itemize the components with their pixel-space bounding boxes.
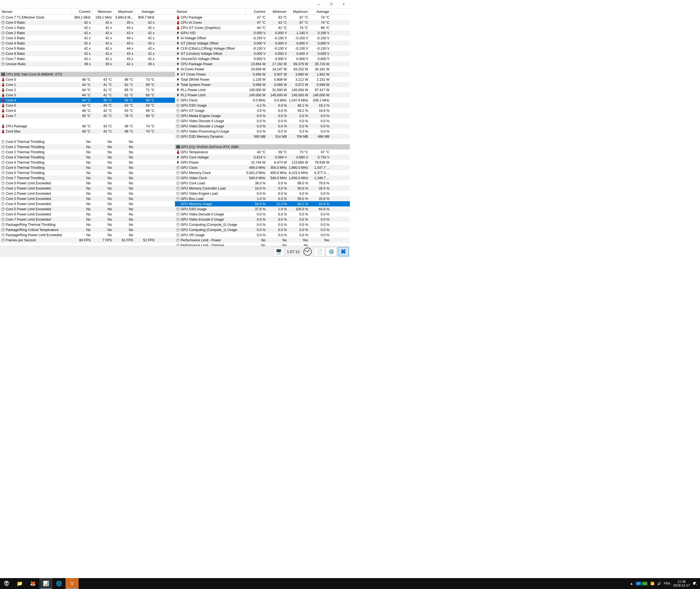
sensor-row[interactable]: Core 4 Power Limit ExceededNoNoNo <box>0 201 175 206</box>
sensor-row[interactable]: Core 344 °C42 °C81 °C69 °C <box>0 92 175 97</box>
sensor-row[interactable]: Performance Limit - PowerNoNoYesYes <box>175 237 350 243</box>
sensor-row[interactable]: Core 6 Ratio42 x42 x43 x42 x <box>0 51 175 56</box>
sensor-row[interactable]: CPU GT Cores (Graphics)44 °C41 °C74 °C66… <box>175 25 350 30</box>
sensor-row[interactable]: Total DRAM Power1.135 W0.808 W3.212 W2.1… <box>175 77 350 82</box>
sensor-row[interactable]: PL2 Power Limit145.000 W145.000 W145.000… <box>175 92 350 97</box>
sensor-row[interactable]: iGPU VID0.000 V0.000 V1.140 V0.195 V <box>175 30 350 35</box>
sensor-row[interactable]: Core 2 Ratio42 x42 x43 x42 x <box>0 30 175 35</box>
sensor-row[interactable]: GPU Bus Load1.0 %0.0 %59.0 %20.8 % <box>175 196 350 201</box>
sensor-row[interactable]: CPU Package47 °C43 °C87 °C74 °C <box>175 15 350 20</box>
sensor-row[interactable]: Core 4 Thermal ThrottlingNoNoNo <box>0 160 175 165</box>
log-button[interactable]: 📄 <box>314 247 325 256</box>
sensor-row[interactable]: Core 4 Ratio42 x42 x43 x42 x <box>0 41 175 46</box>
sensor-row[interactable]: Core 444 °C40 °C84 °C69 °C <box>0 97 175 103</box>
sensor-row[interactable]: Core 144 °C41 °C82 °C69 °C <box>0 82 175 87</box>
sensor-row[interactable]: Core 1 Ratio42 x42 x43 x42 x <box>0 25 175 30</box>
sensor-row[interactable]: Core 648 °C42 °C83 °C69 °C <box>0 108 175 113</box>
sensor-row[interactable]: GPU Video Engine Load0.0 %0.0 %0.0 %0.0 … <box>175 191 350 196</box>
sensor-row[interactable]: IA Voltage Offset-0.150 V-0.150 V-0.150 … <box>175 35 350 41</box>
sensor-row[interactable]: GPU Memory Clock5,001.0 MHz405.0 MHz6,31… <box>175 170 350 175</box>
sensor-row[interactable]: Core 7 Thermal ThrottlingNoNoNo <box>0 175 175 181</box>
sensor-row[interactable]: Package/Ring Critical TemperatureNoNoNo <box>0 227 175 232</box>
sensor-row[interactable]: PL1 Power Limit145.000 W31.500 W145.000 … <box>175 87 350 92</box>
sensor-row[interactable]: Core 7 Ratio42 x42 x43 x42 x <box>0 56 175 61</box>
sensor-row[interactable]: Core 1 Thermal ThrottlingNoNoNo <box>0 144 175 150</box>
network-button[interactable]: 🖥️ <box>273 247 284 256</box>
sensor-row[interactable]: GPU D3D Usage4.2 %0.0 %40.1 %19.2 % <box>175 103 350 108</box>
sensor-row[interactable]: Total System Power0.068 W0.066 W0.072 W0… <box>175 82 350 87</box>
sensor-row[interactable]: GPU VR Usage0.0 %0.0 %0.0 %0.0 % <box>175 232 350 237</box>
sensor-row[interactable]: CPU Package Power23.854 W17.192 W69.376 … <box>175 61 350 66</box>
sensor-row[interactable]: Core 6 Power Limit ExceededNoNoNo <box>0 212 175 217</box>
header-minimum[interactable]: Minimum <box>267 9 288 14</box>
sensor-row[interactable]: GPU Video Decode 0 Usage0.0 %0.0 %0.0 %0… <box>175 212 350 217</box>
sensor-row[interactable]: Core 0 Power Limit ExceededNoNoNo <box>0 181 175 186</box>
sensor-row[interactable]: Package/Ring Thermal ThrottlingNoNoNo <box>0 222 175 227</box>
sensor-row[interactable]: Core 046 °C43 °C86 °C73 °C <box>0 77 175 82</box>
sensor-row[interactable]: Core 2 Thermal ThrottlingNoNoNo <box>0 150 175 155</box>
sensor-row[interactable]: Core 5 Power Limit ExceededNoNoNo <box>0 206 175 212</box>
sensor-row[interactable]: Core 3 Ratio42 x42 x44 x42 x <box>0 35 175 41</box>
sensor-row[interactable]: Core 745 °C42 °C78 °C68 °C <box>0 113 175 118</box>
sensor-row[interactable]: IA Cores Power20.509 W14.147 W63.252 W30… <box>175 66 350 72</box>
sensor-row[interactable]: Core 0 Thermal ThrottlingNoNoNo <box>0 139 175 144</box>
header-sensor[interactable]: Sensor <box>175 9 246 14</box>
header-current[interactable]: Current <box>246 9 267 14</box>
sensor-row[interactable]: GPU Video Encode 0 Usage0.0 %0.0 %0.0 %0… <box>175 217 350 222</box>
sensor-row[interactable]: Uncore/SA Voltage Offset0.000 V0.000 V0.… <box>175 56 350 61</box>
sensor-row[interactable]: Core 5 Thermal ThrottlingNoNoNo <box>0 165 175 170</box>
sensor-row[interactable]: Core 544 °C40 °C82 °C68 °C <box>0 103 175 108</box>
maximize-button[interactable]: ❐ <box>325 0 337 9</box>
sensor-row[interactable]: Core 7 T1 Effective Clock384.1 MHz159.1 … <box>0 15 175 20</box>
sensor-row[interactable]: Uncore Ratio39 x39 x42 x39 x <box>0 61 175 66</box>
sensor-row[interactable]: Core 2 Power Limit ExceededNoNoNo <box>0 191 175 196</box>
sensor-row[interactable]: GPU Clock495.0 MHz300.0 MHz1,980.0 MHz1,… <box>175 165 350 170</box>
header-sensor[interactable]: Sensor <box>0 9 71 14</box>
sensor-row[interactable]: Core 1 Power Limit ExceededNoNoNo <box>0 186 175 191</box>
header-current[interactable]: Current <box>71 9 92 14</box>
sensor-row[interactable]: GPU Video Processing 0 Usage0.0 %0.0 %0.… <box>175 129 350 134</box>
sensor-row[interactable]: GPU D3D Usage37.8 %1.8 %100.0 %64.8 % <box>175 206 350 212</box>
sensor-row[interactable]: GPU Media Engine Usage0.0 %0.0 %0.0 %0.0… <box>175 113 350 118</box>
header-maximum[interactable]: Maximum <box>288 9 310 14</box>
sensor-row[interactable]: Core 6 Thermal ThrottlingNoNoNo <box>0 170 175 175</box>
close-app-button[interactable]: ✖ <box>338 247 349 256</box>
sensor-row[interactable]: CPU IA Cores47 °C43 °C87 °C74 °C <box>175 20 350 25</box>
sensor-row[interactable]: GPU D3D Memory Dynamic595 MB314 MB709 MB… <box>175 134 350 139</box>
sensor-row[interactable]: GT (Slice) Voltage Offset0.000 V0.000 V0… <box>175 41 350 46</box>
minimize-button[interactable]: — <box>312 0 325 9</box>
sensor-row[interactable]: GPU Clock0.0 MHz0.0 MHz1,247.6 MHz206.1 … <box>175 97 350 103</box>
sensor-row[interactable]: GPU Core Load38.0 %0.0 %99.0 %76.6 % <box>175 181 350 186</box>
sensor-row[interactable]: Core 5 Ratio42 x42 x44 x42 x <box>0 46 175 51</box>
sensor-row[interactable]: GPU Video Decode 1 Usage0.0 %0.0 %0.0 %0… <box>175 124 350 129</box>
sensor-row[interactable]: Core 3 Thermal ThrottlingNoNoNo <box>0 155 175 160</box>
sensor-row[interactable]: Core 0 Ratio42 x42 x45 x42 x <box>0 20 175 25</box>
sensor-row[interactable]: GPU Computing (Compute_1) Usage0.0 %0.0 … <box>175 227 350 232</box>
sensor-row[interactable]: CPU [#0]: Intel Core i9-9980HK: DTS <box>0 72 175 77</box>
header-minimum[interactable]: Minimum <box>92 9 114 14</box>
sensor-row[interactable]: Performance Limit - ThermalNoNoNo <box>175 243 350 246</box>
sensor-row[interactable]: Package/Ring Power Limit ExceededNoNoNo <box>0 232 175 237</box>
sensor-row[interactable]: Core Max48 °C43 °C86 °C74 °C <box>0 129 175 134</box>
header-maximum[interactable]: Maximum <box>114 9 135 14</box>
sensor-row[interactable]: GPU Memory Controller Load10.0 %0.0 %50.… <box>175 186 350 191</box>
sensor-row[interactable]: GPU Power32.744 W6.473 W123.680 W79.538 … <box>175 160 350 165</box>
sensor-row[interactable]: GPU [#1]: NVIDIA GeForce RTX 2080: <box>175 144 350 150</box>
sensor-row[interactable]: CLR (CBo/LLC/Ring) Voltage Offset-0.130 … <box>175 46 350 51</box>
sensor-row[interactable]: GPU Core Voltage0.619 V0.594 V0.950 V0.7… <box>175 155 350 160</box>
sensor-row[interactable]: GPU Temperature43 °C39 °C73 °C67 °C <box>175 150 350 155</box>
sensor-row[interactable]: GPU Video Decode 0 Usage0.0 %0.0 %0.0 %0… <box>175 118 350 124</box>
header-average[interactable]: Average <box>135 9 156 14</box>
sensor-row[interactable]: GPU Video Clock540.0 MHz540.0 MHz1,830.0… <box>175 175 350 181</box>
sensor-row[interactable]: GPU Memory Usage54.9 %11.3 %60.2 %42.6 % <box>175 201 350 206</box>
sensor-row[interactable]: CPU Package48 °C43 °C86 °C74 °C <box>0 124 175 129</box>
sensor-row[interactable]: GT Cores Power0.456 W0.007 W3.860 W1.942… <box>175 72 350 77</box>
sensor-row[interactable]: GPU GT Usage3.9 %0.0 %39.2 %18.6 % <box>175 108 350 113</box>
sensor-row[interactable]: Core 7 Power Limit ExceededNoNoNo <box>0 217 175 222</box>
close-button[interactable]: ✕ <box>337 0 350 9</box>
sensor-row[interactable]: GPU Computing (Compute_0) Usage0.0 %0.0 … <box>175 222 350 227</box>
sensor-row[interactable]: GT (Unslice) Voltage Offset0.000 V0.000 … <box>175 51 350 56</box>
header-average[interactable]: Average <box>310 9 331 14</box>
settings-button[interactable]: ⚙️ <box>326 247 337 256</box>
sensor-row[interactable]: Core 3 Power Limit ExceededNoNoNo <box>0 196 175 201</box>
